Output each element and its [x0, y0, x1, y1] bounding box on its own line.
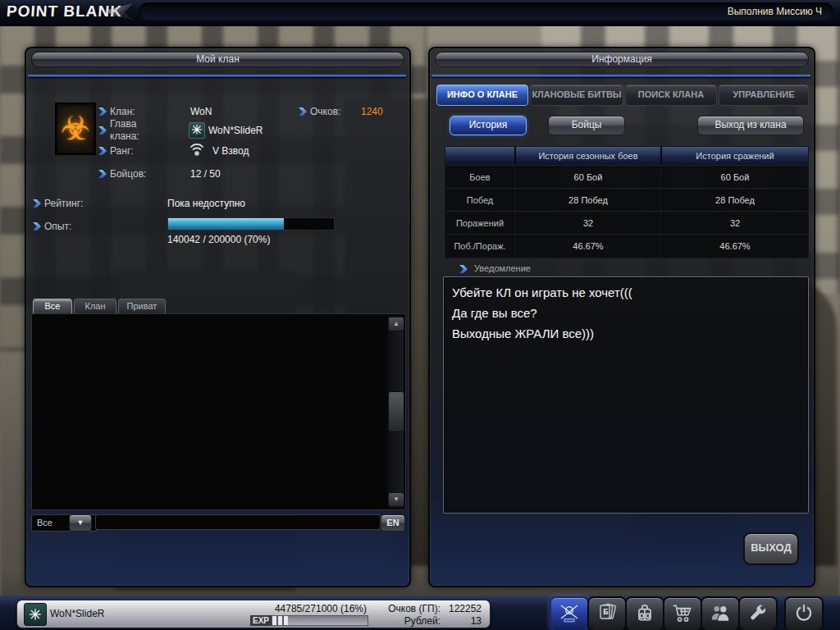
cards-button[interactable]: Б [587, 596, 627, 630]
biohazard-icon: ☣ [57, 104, 94, 152]
clan-history-table: История сезонных боев История сражений Б… [445, 146, 809, 258]
tab-clan-search[interactable]: ПОИСК КЛАНА [625, 84, 717, 106]
clan-label: Клан: [110, 106, 135, 117]
blue-arrow-icon [98, 170, 107, 178]
leader-label-line1: Глава [110, 118, 136, 130]
row-label: Поражений [445, 212, 516, 235]
row-label: Боев [445, 166, 516, 189]
chat-tab-clan[interactable]: Клан [74, 299, 116, 314]
clan-exp-fill [168, 218, 284, 230]
community-button[interactable] [701, 596, 740, 630]
exp-label: Опыт: [44, 221, 71, 232]
tab-clan-battles[interactable]: КЛАНОВЫЕ БИТВЫ [530, 84, 623, 106]
leader-name-value: WoN*SlideR [208, 125, 262, 136]
leader-badge-icon [189, 122, 205, 139]
exp-tag: EXP [250, 615, 272, 626]
player-name: WoN*SlideR [50, 608, 104, 619]
news-ticker-text: Выполнив Миссию Ч [728, 6, 822, 17]
clan-notice-text[interactable]: Убейте КЛ он играть не хочет((( Да где в… [443, 276, 809, 514]
divider [28, 75, 406, 77]
exit-game-button[interactable] [784, 596, 824, 630]
row-season-value: 60 Бой [516, 166, 662, 189]
chat-scrollbar[interactable]: ▲ ▼ [387, 316, 404, 508]
row-total-value: 28 Побед [662, 189, 808, 212]
chevron-down-icon[interactable]: ▼ [69, 514, 92, 532]
blue-arrow-icon [459, 265, 468, 273]
members-label: Бойцов: [110, 168, 146, 180]
members-value: 12 / 50 [190, 168, 221, 180]
svg-text:Б: Б [603, 608, 609, 616]
player-exp-bar [272, 615, 368, 626]
table-header-season: История сезонных боев [516, 147, 662, 165]
notice-line: Да где вы все? [452, 303, 800, 323]
table-header-total: История сражений [662, 147, 808, 165]
history-button[interactable]: История [450, 116, 527, 135]
blue-arrow-icon [33, 222, 41, 231]
table-header-empty [445, 147, 516, 165]
blue-arrow-icon [299, 107, 307, 116]
wrench-icon [747, 602, 769, 627]
rank-value: V Взвод [212, 145, 249, 157]
row-label: Побед [445, 189, 516, 212]
chat-tab-all[interactable]: Все [33, 299, 72, 314]
leader-label-line2: клана: [110, 130, 139, 142]
row-label: Поб./Пораж. [445, 235, 516, 258]
clan-points-value: 1240 [361, 106, 383, 117]
row-season-value: 28 Побед [516, 189, 662, 212]
rub-value: 13 [427, 615, 482, 627]
my-clan-panel: Мой клан ☣ Клан: WoN Очков: 1240 Глава к… [25, 47, 411, 587]
shop-button[interactable] [663, 596, 702, 630]
rank-insignia-icon [188, 140, 206, 162]
table-row: Побед 28 Побед 28 Побед [445, 188, 808, 212]
top-bar: POINT BLANK Выполнив Миссию Ч [0, 0, 840, 26]
blue-arrow-icon [98, 126, 107, 135]
chat-message-area[interactable]: ▲ ▼ [31, 313, 406, 510]
clan-menu-button[interactable] [550, 596, 589, 630]
blue-arrow-icon [33, 199, 41, 208]
settings-button[interactable] [738, 596, 778, 630]
blue-arrow-icon [98, 147, 107, 155]
exp-text: 140042 / 200000 (70%) [167, 234, 270, 245]
row-season-value: 32 [516, 212, 662, 235]
clan-emblem: ☣ [55, 103, 96, 155]
row-total-value: 60 Бой [662, 166, 808, 189]
rank-label: Ранг: [110, 145, 134, 157]
chat-language-button[interactable]: EN [381, 514, 405, 532]
power-icon [793, 602, 815, 627]
tab-management[interactable]: УПРАВЛЕНИЕ [719, 84, 809, 106]
members-button[interactable]: Бойцы [548, 116, 625, 135]
backpack-icon [634, 602, 655, 627]
chat-input[interactable] [95, 514, 381, 530]
row-season-value: 46.67% [516, 235, 662, 258]
chat-channel-selected: Все [37, 518, 52, 527]
crossed-guns-icon [557, 601, 582, 628]
player-exp-fill [272, 616, 288, 625]
notice-line: Убейте КЛ он играть не хочет((( [452, 282, 800, 303]
player-exp-counter: 44785/271000 (16%) [255, 603, 367, 614]
card-stack-icon: Б [596, 601, 619, 628]
rating-value: Пока недоступно [167, 198, 245, 209]
information-panel: Информация ИНФО О КЛАНЕ КЛАНОВЫЕ БИТВЫ П… [428, 47, 815, 587]
scroll-up-icon[interactable]: ▲ [388, 317, 404, 331]
my-clan-panel-title: Мой клан [31, 52, 404, 67]
tab-clan-info[interactable]: ИНФО О КЛАНЕ [436, 84, 528, 106]
shopping-cart-icon [671, 602, 694, 627]
inventory-button[interactable] [625, 596, 664, 630]
chat-scrollbar-thumb[interactable] [388, 391, 404, 432]
rating-label: Рейтинг: [44, 198, 83, 209]
leave-clan-button[interactable]: Выход из клана [697, 116, 804, 135]
exit-button[interactable]: ВЫХОД [743, 532, 799, 565]
table-row: Боев 60 Бой 60 Бой [445, 165, 808, 189]
row-total-value: 46.67% [662, 235, 808, 258]
scroll-down-icon[interactable]: ▼ [388, 492, 404, 507]
divider [431, 75, 810, 77]
clan-exp-bar [167, 217, 335, 231]
point-blank-logo: POINT BLANK [6, 2, 122, 21]
people-icon [709, 602, 732, 627]
information-panel-title: Информация [435, 52, 809, 67]
chat-tab-private[interactable]: Приват [118, 299, 166, 314]
blue-arrow-icon [98, 107, 107, 116]
news-ticker-track: Выполнив Миссию Ч [139, 2, 833, 21]
notice-line: Выходные ЖРАЛИ все))) [452, 323, 800, 344]
table-row: Поражений 32 32 [445, 211, 808, 235]
